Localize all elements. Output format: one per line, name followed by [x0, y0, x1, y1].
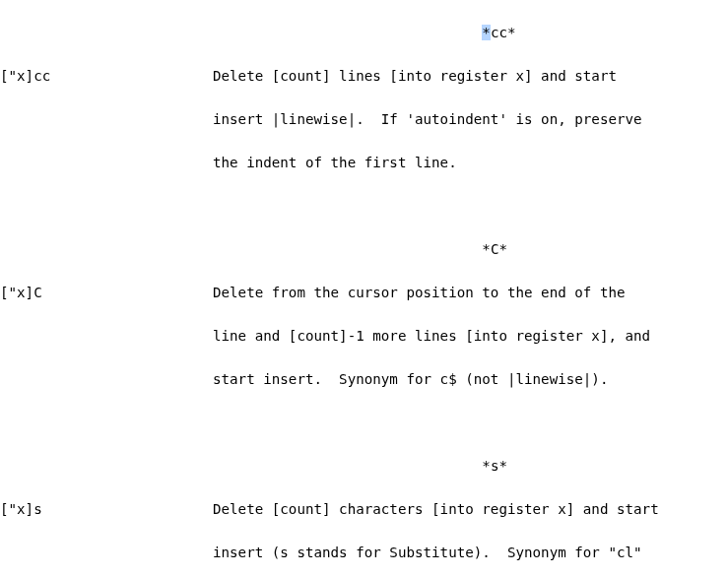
desc-C-3: start insert. Synonym for c$ (not |linew…	[213, 371, 608, 387]
cmd-C: ["x]C	[0, 285, 42, 300]
desc-C-1: Delete from the cursor position to the e…	[213, 285, 626, 300]
help-line: ["x]ccDelete [count] lines [into registe…	[0, 65, 728, 87]
tag-C: *C*	[482, 241, 507, 257]
desc-s-1: Delete [count] characters [into register…	[213, 501, 659, 517]
help-line: start insert. Synonym for c$ (not |linew…	[0, 368, 728, 390]
help-window[interactable]: *cc* ["x]ccDelete [count] lines [into re…	[0, 0, 728, 577]
desc-cc-3: the indent of the first line.	[213, 155, 457, 170]
help-line	[0, 195, 728, 217]
cmd-cc: ["x]cc	[0, 68, 50, 84]
help-line: insert (s stands for Substitute). Synony…	[0, 542, 728, 563]
help-line: *C*	[0, 238, 728, 260]
help-line: insert |linewise|. If 'autoindent' is on…	[0, 108, 728, 130]
desc-cc-1: Delete [count] lines [into register x] a…	[213, 68, 617, 84]
help-line: ["x]sDelete [count] characters [into reg…	[0, 498, 728, 520]
help-line: the indent of the first line.	[0, 152, 728, 173]
cmd-s: ["x]s	[0, 501, 42, 517]
cursor: *	[482, 25, 491, 40]
tag-s: *s*	[482, 458, 507, 474]
desc-cc-2: insert |linewise|. If 'autoindent' is on…	[213, 111, 642, 127]
help-line: *s*	[0, 455, 728, 477]
help-line	[0, 412, 728, 433]
help-line: line and [count]-1 more lines [into regi…	[0, 325, 728, 347]
help-line: ["x]CDelete from the cursor position to …	[0, 282, 728, 303]
desc-C-2: line and [count]-1 more lines [into regi…	[213, 328, 650, 344]
desc-s-2: insert (s stands for Substitute). Synony…	[213, 545, 642, 560]
help-line: *cc*	[0, 22, 728, 43]
tag-cc: cc*	[491, 25, 516, 40]
